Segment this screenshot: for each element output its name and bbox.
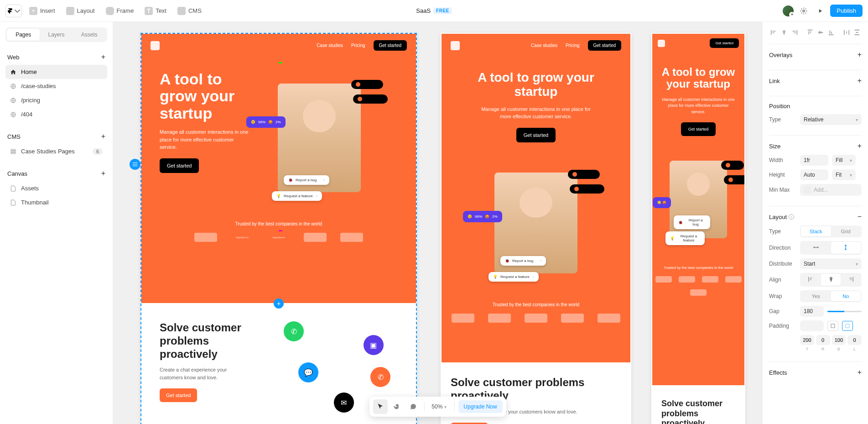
nav-cta[interactable]: Get started	[710, 38, 739, 48]
distribute-v-button[interactable]	[852, 27, 862, 37]
info-icon[interactable]: i	[789, 214, 794, 220]
padding-uniform-input[interactable]	[800, 320, 824, 331]
layout-tool[interactable]: Layout	[62, 5, 99, 17]
page-home[interactable]: Home	[5, 65, 107, 79]
grid-button[interactable]: Grid	[831, 226, 861, 236]
page-404[interactable]: /404	[5, 107, 107, 121]
align-center-h-button[interactable]	[780, 27, 789, 37]
solve-section[interactable]: Solve customer problems proactively Crea…	[652, 385, 744, 424]
add-canvas-button[interactable]: +	[101, 169, 105, 178]
height-mode-select[interactable]: Fit▾	[832, 169, 856, 180]
tab-pages[interactable]: Pages	[7, 29, 40, 41]
hero-cta[interactable]: Get started	[681, 122, 716, 136]
email-icon: ✉	[334, 393, 354, 413]
hero-section[interactable]: Case studies Pricing Get started A tool …	[141, 34, 416, 303]
padding-toggle-button[interactable]	[827, 321, 838, 331]
stack-button[interactable]: Stack	[801, 226, 831, 236]
cms-case-studies[interactable]: Case Studies Pages 6	[5, 144, 107, 158]
app-menu-button[interactable]	[5, 5, 22, 17]
distribute-h-button[interactable]	[842, 27, 851, 37]
hero-cta[interactable]: Get started	[516, 128, 556, 142]
remove-layout-button[interactable]: −	[858, 213, 862, 221]
insert-tool[interactable]: +Insert	[26, 5, 59, 17]
distribute-select[interactable]: Start▾	[800, 258, 862, 269]
wrap-no[interactable]: No	[831, 291, 861, 301]
frame-desktop[interactable]: Case studies Pricing Get started A tool …	[140, 33, 417, 424]
hero-cta[interactable]: Get started	[160, 158, 199, 173]
cms-item-label: Case Studies Pages	[21, 148, 75, 155]
pad-top[interactable]	[800, 335, 814, 345]
panel-tabs: Pages Layers Assets	[5, 27, 107, 42]
nav-pricing[interactable]: Pricing	[351, 43, 365, 48]
add-size-button[interactable]: +	[858, 142, 862, 150]
wrap-yes[interactable]: Yes	[801, 291, 831, 301]
minmax-input[interactable]: Add...	[800, 184, 862, 196]
brand-logo[interactable]	[451, 41, 460, 50]
align-left-button[interactable]	[769, 27, 778, 37]
align-start[interactable]	[801, 274, 821, 286]
pad-left[interactable]	[847, 335, 862, 345]
nav-case-studies[interactable]: Case studies	[531, 43, 557, 48]
add-link-button[interactable]: +	[858, 77, 862, 85]
canvas-assets[interactable]: Assets	[5, 181, 107, 195]
pad-right[interactable]	[816, 335, 830, 345]
align-bottom-button[interactable]	[826, 27, 836, 37]
frame-mobile[interactable]: Get started A tool to grow your startup …	[651, 33, 745, 424]
page-case-studies[interactable]: /case-studies	[5, 79, 107, 93]
distribute-v-icon	[854, 29, 860, 36]
height-input[interactable]	[800, 169, 828, 180]
frame-tablet[interactable]: Case studies Pricing Get started A tool …	[441, 33, 631, 424]
canvas-section-header: Canvas +	[5, 166, 107, 181]
text-tool[interactable]: TText	[141, 5, 170, 17]
effects-header: Effects	[769, 369, 787, 376]
gap-slider[interactable]	[827, 311, 862, 312]
gap-input[interactable]	[800, 306, 824, 317]
align-end[interactable]	[841, 274, 861, 286]
publish-button[interactable]: Publish	[830, 5, 863, 17]
nav-pricing[interactable]: Pricing	[566, 43, 580, 48]
add-cms-button[interactable]: +	[101, 132, 105, 141]
user-avatar[interactable]	[783, 5, 794, 16]
frame-tool[interactable]: Frame	[102, 5, 138, 17]
align-center-icon	[828, 276, 834, 283]
hero-section[interactable]: Case studies Pricing Get started A tool …	[442, 34, 630, 362]
width-input[interactable]	[800, 155, 828, 166]
nav-cta[interactable]: Get started	[374, 40, 407, 51]
cms-tool[interactable]: CMS	[174, 5, 205, 17]
settings-button[interactable]	[797, 5, 810, 17]
pad-bottom[interactable]	[832, 335, 846, 345]
canvas-thumbnail[interactable]: Thumbnail	[5, 195, 107, 209]
position-type-select[interactable]: Relative▾	[800, 114, 862, 125]
align-center[interactable]	[821, 274, 841, 286]
brand-logo[interactable]	[151, 41, 160, 50]
align-top-button[interactable]	[806, 27, 815, 37]
direction-horizontal[interactable]	[801, 242, 831, 254]
cms-icon	[177, 7, 186, 15]
preview-button[interactable]	[814, 5, 826, 17]
direction-vertical[interactable]	[831, 242, 861, 254]
breakpoint-badge[interactable]	[130, 159, 140, 170]
tab-layers[interactable]: Layers	[40, 29, 73, 41]
comment-tool[interactable]	[405, 399, 420, 414]
align-right-button[interactable]	[790, 27, 799, 37]
project-title-area[interactable]: SaaS FREE	[416, 7, 452, 14]
align-center-v-button[interactable]	[816, 27, 825, 37]
add-overlay-button[interactable]: +	[858, 51, 862, 59]
upgrade-button[interactable]: Upgrade Now	[458, 400, 502, 413]
hand-tool[interactable]	[389, 399, 404, 414]
padding-per-side-button[interactable]	[842, 321, 853, 331]
cursor-tool[interactable]	[373, 399, 387, 414]
hero-section[interactable]: Get started A tool to grow your startup …	[652, 34, 744, 385]
width-mode-select[interactable]: Fill▾	[832, 155, 856, 166]
add-effect-button[interactable]: +	[858, 368, 862, 377]
page-pricing[interactable]: /pricing	[5, 93, 107, 107]
solve-cta[interactable]: Get started	[160, 388, 197, 402]
add-page-button[interactable]: +	[101, 53, 105, 61]
nav-case-studies[interactable]: Case studies	[317, 43, 343, 48]
canvas[interactable]: Case studies Pricing Get started A tool …	[113, 22, 762, 424]
add-section-button[interactable]: +	[274, 298, 284, 309]
nav-cta[interactable]: Get started	[588, 40, 621, 51]
zoom-select[interactable]: 50% ▾	[428, 402, 450, 412]
tab-assets[interactable]: Assets	[73, 29, 106, 41]
brand-logo[interactable]	[658, 40, 665, 47]
